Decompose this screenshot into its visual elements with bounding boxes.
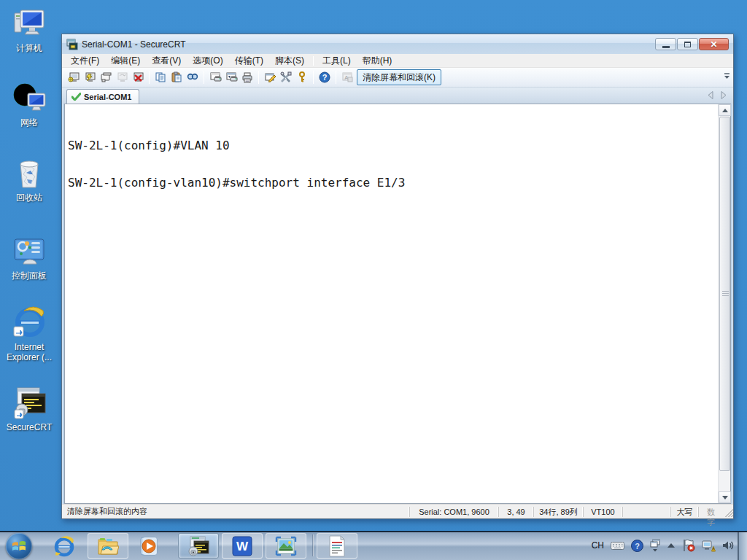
keyboard-icon[interactable] [611,541,624,551]
terminal[interactable]: SW-2L-1(config)#VLAN 10 SW-2L-1(config-v… [65,104,718,503]
session-options-icon [264,71,276,83]
scroll-up-button[interactable] [719,104,731,116]
session-options-button[interactable] [262,69,278,85]
svg-text:?: ? [322,73,328,82]
status-num-lock: 数字 [698,507,723,517]
resize-grip[interactable] [723,507,733,517]
toolbar-overflow-chevron[interactable] [722,71,731,84]
print-button[interactable] [239,69,255,85]
global-options-icon [280,71,292,83]
reconnect-icon [116,71,128,83]
terminal-client-area: SW-2L-1(config)#VLAN 10 SW-2L-1(config-v… [64,104,731,504]
network-icon [2,80,56,115]
copy-icon [155,71,166,83]
volume-icon[interactable] [722,540,735,551]
scroll-down-button[interactable] [719,491,731,503]
desktop-icon-control-panel[interactable]: 控制面板 [2,233,56,281]
taskbar-media-player[interactable] [134,534,163,559]
clear-screen-scrollback-button[interactable]: 清除屏幕和回滚(K) [357,69,441,85]
taskbar-wps-writer[interactable]: W [222,533,263,559]
menu-edit[interactable]: 编辑(E) [105,54,146,68]
terminal-line: SW-2L-1(config-vlan10)#switchport interf… [68,176,718,189]
menu-divider [313,56,314,66]
copy-button[interactable] [152,69,169,85]
paste-button[interactable] [169,69,185,85]
action-center-flag-icon[interactable] [682,539,695,552]
show-hidden-icons-arrow[interactable] [667,542,676,548]
tab-scroll-right-icon[interactable] [720,90,727,100]
control-panel-icon [2,233,56,268]
maximize-button[interactable] [677,38,698,50]
global-options-button[interactable] [278,69,294,85]
window-title: Serial-COM1 - SecureCRT [82,39,655,50]
language-indicator[interactable]: CH [592,540,604,551]
desktop-icon-label: 网络 [2,117,56,128]
print-icon [241,71,253,83]
desktop-icon-computer[interactable]: 计算机 [2,6,56,53]
desktop-icon-internet-explorer[interactable]: Internet Explorer (... [2,305,56,362]
connected-check-icon [71,93,81,101]
recycle-bin-icon [2,155,56,190]
titlebar[interactable]: Serial-COM1 - SecureCRT ✕ [62,34,733,54]
scroll-up-icon [722,109,728,112]
desktop-icon-label: Internet Explorer (... [2,342,56,362]
desktop-icon-recycle-bin[interactable]: 回收站 [2,155,56,203]
menu-transfer[interactable]: 传输(T) [229,54,269,68]
minimize-button[interactable] [655,38,676,50]
taskbar-internet-explorer[interactable] [50,534,79,559]
explorer-folder-icon [97,537,119,556]
tabbed-session-button[interactable] [98,69,114,85]
taskbar-picture-tool[interactable] [266,533,306,559]
status-emulation: VT100 [583,507,622,517]
key-button[interactable] [294,69,310,85]
key-icon [298,71,306,83]
status-rows-cols: 34行, 89列 [533,507,583,517]
close-button[interactable]: ✕ [699,38,729,50]
windows-logo-icon [12,540,26,553]
network-warning-icon[interactable] [702,540,716,552]
taskbar-separator [312,534,314,556]
menu-view[interactable]: 查看(V) [146,54,187,68]
toolbar-separator [336,71,336,84]
menu-options[interactable]: 选项(O) [187,54,228,68]
system-tray: CH ? [592,531,735,560]
menu-script[interactable]: 脚本(S) [269,54,310,68]
taskbar-explorer[interactable] [88,533,128,559]
clear-screen-scrollback-label: 清除屏幕和回滚(K) [363,71,436,84]
toolbar-separator [149,71,150,84]
print-eject-button[interactable] [223,69,239,85]
menubar: 文件(F) 编辑(E) 查看(V) 选项(O) 传输(T) 脚本(S) 工具(L… [62,54,733,68]
desktop-icon-securecrt[interactable]: SecureCRT [2,385,56,432]
menu-help[interactable]: 帮助(H) [357,54,398,68]
minimize-icon [662,46,670,48]
menu-tools[interactable]: 工具(L) [317,54,357,68]
securecrt-taskbar-icon [187,535,210,557]
window-app-icon [66,39,78,50]
help-icon: ? [319,71,330,83]
taskbar-securecrt[interactable] [178,533,219,559]
desktop-icon-label: 控制面板 [2,271,56,281]
start-button[interactable] [6,533,32,559]
taskbar-document[interactable] [317,533,357,559]
scrollbar-thumb[interactable] [719,117,730,471]
vertical-scrollbar[interactable] [718,104,730,503]
connect-button[interactable] [66,69,82,85]
find-button[interactable] [185,69,201,85]
help-tray-icon[interactable]: ? [631,540,643,552]
print-window-button[interactable] [207,69,223,85]
clear-screen-icon-button[interactable]: A [339,69,355,85]
desktop-icon-label: 回收站 [2,192,56,203]
connect-icon [68,71,80,83]
quick-connect-icon [84,71,96,83]
show-desktop-button[interactable] [738,532,747,560]
window-restore-icon[interactable] [650,539,660,552]
help-button[interactable]: ? [317,69,333,85]
menu-file[interactable]: 文件(F) [65,54,105,68]
quick-connect-button[interactable] [82,69,98,85]
status-caps-lock: 大写 [670,507,698,517]
reconnect-button[interactable] [114,69,130,85]
tab-serial-com1[interactable]: Serial-COM1 [66,89,139,104]
tab-scroll-left-icon[interactable] [707,90,714,100]
disconnect-button[interactable] [130,69,146,85]
desktop-icon-network[interactable]: 网络 [2,80,56,128]
